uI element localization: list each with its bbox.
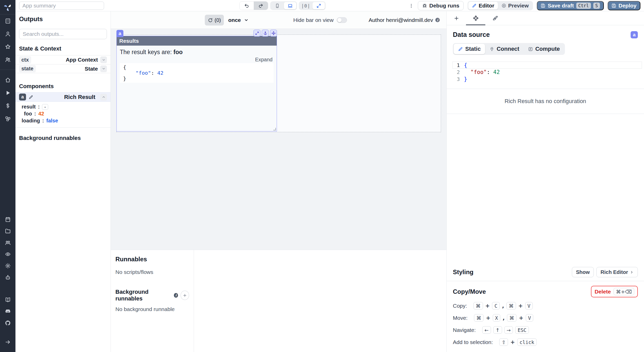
runnables-title: Runnables bbox=[115, 256, 189, 263]
function-icon bbox=[528, 47, 533, 52]
canvas-area[interactable]: a Results The result ke bbox=[111, 29, 446, 250]
chevron-up-icon[interactable] bbox=[100, 94, 107, 100]
component-body: The result keys are: foo Expand { "foo":… bbox=[117, 46, 277, 86]
sidebar-favorites-icon[interactable] bbox=[5, 40, 11, 53]
undo-button[interactable] bbox=[240, 1, 254, 10]
chevron-down-icon bbox=[244, 18, 249, 22]
sidebar-runs-icon[interactable] bbox=[5, 86, 11, 99]
search-outputs-input[interactable] bbox=[19, 29, 107, 39]
result-json-viewer: { "foo": 42} bbox=[120, 63, 274, 83]
resize-handle[interactable] bbox=[273, 128, 276, 130]
save-draft-button[interactable]: Save draft Ctrl S bbox=[537, 1, 604, 10]
add-background-runnable-button[interactable] bbox=[181, 291, 189, 300]
rich-result-component[interactable]: a Results The result ke bbox=[116, 36, 277, 131]
v-key-badge: V bbox=[526, 314, 533, 322]
tree-row-result: result : - bbox=[22, 103, 107, 110]
sidebar-user-icon[interactable] bbox=[5, 27, 11, 40]
cmd-key-badge: ⌘ bbox=[473, 302, 483, 309]
preview-tab[interactable]: Preview bbox=[498, 2, 532, 10]
code-line-2[interactable]: 2 "foo": 42 bbox=[452, 69, 642, 76]
expand-link[interactable]: Expand bbox=[255, 57, 273, 63]
delete-component-button[interactable]: Delete ⌘+⌫ bbox=[591, 286, 638, 297]
more-menu-icon[interactable] bbox=[409, 3, 414, 8]
app-summary-input[interactable] bbox=[19, 2, 104, 10]
author-label: Author henri@windmill.dev bbox=[369, 17, 433, 23]
preview-eye-icon bbox=[502, 3, 506, 8]
center-layout-button[interactable]: |0| bbox=[300, 2, 312, 9]
tree-row-loading: loading : false bbox=[22, 117, 107, 124]
sidebar-settings-icon[interactable] bbox=[5, 260, 11, 272]
state-context-title: State & Context bbox=[19, 45, 107, 52]
chevron-down-icon[interactable] bbox=[100, 65, 107, 72]
component-badge[interactable]: a bbox=[116, 30, 123, 37]
sidebar-workers-icon[interactable] bbox=[5, 237, 11, 248]
s-key-badge: S bbox=[593, 3, 600, 9]
sidebar-resources-icon[interactable] bbox=[5, 112, 11, 125]
editor-tab[interactable]: Editor bbox=[468, 2, 498, 10]
redo-button[interactable] bbox=[254, 1, 268, 10]
sidebar-github-icon[interactable] bbox=[5, 317, 11, 329]
code-line-3[interactable]: 3} bbox=[452, 76, 642, 82]
rich-editor-button[interactable]: Rich Editor bbox=[596, 267, 638, 277]
app-grid[interactable]: a Results The result ke bbox=[116, 35, 441, 132]
info-icon[interactable]: i bbox=[174, 293, 178, 298]
hide-bar-label: Hide bar on view bbox=[293, 17, 333, 23]
sidebar-groups-icon[interactable] bbox=[5, 53, 11, 66]
data-source-section: Data source a Static Connect bbox=[447, 25, 644, 89]
source-type-tabs: Static Connect Compute bbox=[453, 43, 565, 55]
info-icon[interactable]: i bbox=[435, 18, 440, 22]
recompute-mode-dropdown[interactable]: once bbox=[228, 11, 249, 29]
styling-tab[interactable] bbox=[485, 11, 505, 25]
sidebar-home-icon[interactable] bbox=[5, 73, 11, 86]
anchor-icon[interactable] bbox=[262, 30, 269, 37]
component-toolbar bbox=[253, 30, 277, 37]
expand-component-icon[interactable] bbox=[253, 30, 260, 37]
copy-move-section: Copy/Move Delete ⌘+⌫ Copy: ⌘ + C , ⌘ + bbox=[447, 281, 644, 352]
ctx-row[interactable]: ctx App Context bbox=[15, 55, 111, 64]
sidebar-schedules-icon[interactable] bbox=[5, 214, 11, 225]
arrow-right-key-badge: → bbox=[504, 326, 513, 334]
component-settings-tab[interactable] bbox=[466, 11, 485, 25]
styling-section: Styling Show Rich Editor bbox=[447, 263, 644, 281]
move-handle-icon[interactable] bbox=[270, 30, 277, 37]
sidebar-workspace-icon[interactable] bbox=[5, 14, 11, 27]
chevron-down-icon[interactable] bbox=[100, 56, 107, 63]
layout-toggle-group: |0| bbox=[299, 1, 326, 10]
insert-component-tab[interactable] bbox=[447, 11, 466, 25]
center-layout-glyph: |0| bbox=[301, 3, 310, 9]
deploy-button[interactable]: Deploy bbox=[608, 1, 640, 10]
desktop-view-button[interactable] bbox=[284, 2, 296, 9]
refresh-button[interactable]: (0) bbox=[205, 15, 224, 26]
cmd-key-badge: ⌘ bbox=[474, 314, 484, 322]
sidebar-discord-icon[interactable] bbox=[5, 306, 11, 317]
topbar: |0| Debug runs Editor Previ bbox=[15, 0, 644, 11]
copy-shortcut-row: Copy: ⌘ + C , ⌘ + V bbox=[453, 302, 638, 309]
component-type-label: Rich Result bbox=[64, 94, 95, 100]
component-a-row[interactable]: a Rich Result bbox=[15, 92, 111, 102]
sidebar-ai-icon[interactable] bbox=[5, 272, 11, 283]
compute-tab[interactable]: Compute bbox=[524, 44, 564, 54]
rename-pencil-icon[interactable] bbox=[29, 95, 33, 99]
windmill-logo-icon[interactable] bbox=[0, 0, 15, 14]
collapse-toggle[interactable]: - bbox=[42, 104, 48, 110]
sidebar-audit-logs-icon[interactable] bbox=[5, 248, 11, 260]
debug-runs-button[interactable]: Debug runs bbox=[418, 1, 464, 10]
mobile-view-button[interactable] bbox=[271, 2, 283, 9]
code-line-1[interactable]: 1{ bbox=[452, 62, 642, 69]
sidebar-folders-icon[interactable] bbox=[5, 225, 11, 237]
static-tab[interactable]: Static bbox=[454, 44, 485, 54]
sidebar-expand-arrow-icon[interactable] bbox=[0, 336, 15, 348]
background-runnables-heading: Background runnables bbox=[115, 289, 171, 302]
show-styling-button[interactable]: Show bbox=[572, 267, 594, 277]
json-code-editor[interactable]: 1{2 "foo": 423} bbox=[452, 62, 642, 82]
hide-bar-toggle[interactable] bbox=[337, 17, 347, 23]
sidebar-variables-icon[interactable] bbox=[5, 99, 11, 112]
canvas-toolbar-right: Hide bar on view Author henri@windmill.d… bbox=[293, 17, 446, 23]
sidebar-docs-icon[interactable] bbox=[5, 294, 11, 306]
background-runnables-title: Background runnables bbox=[19, 135, 107, 141]
device-toggle-group bbox=[270, 1, 297, 10]
full-width-button[interactable] bbox=[312, 2, 325, 9]
connect-tab[interactable]: Connect bbox=[485, 44, 524, 54]
settings-tabs bbox=[447, 11, 644, 25]
state-row[interactable]: state State bbox=[15, 64, 111, 73]
